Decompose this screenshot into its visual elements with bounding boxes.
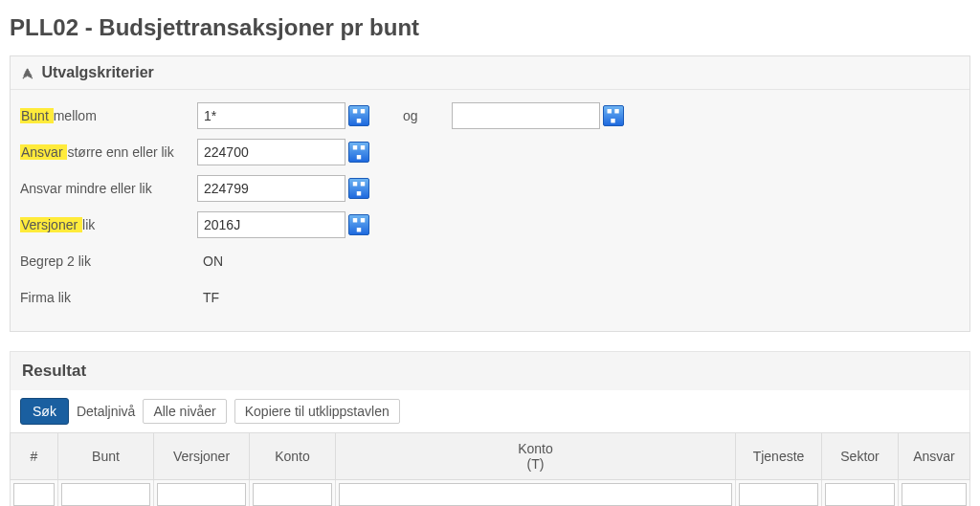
lookup-ansvar-le-icon[interactable]: ■ ■ ■ [348, 178, 369, 199]
value-firma: TF [197, 290, 219, 305]
label-ansvar-le: Ansvar mindre eller lik [20, 181, 197, 196]
collapse-icon: ⮝ [22, 67, 33, 80]
filter-tjeneste[interactable] [739, 483, 818, 506]
row-firma: Firma lik TF [20, 283, 960, 312]
filter-ansvar[interactable] [902, 483, 967, 506]
col-versjoner[interactable]: Versjoner [154, 433, 250, 480]
filter-versjoner[interactable] [157, 483, 246, 506]
filter-bunt[interactable] [61, 483, 150, 506]
label-firma: Firma lik [20, 290, 197, 305]
col-tjeneste[interactable]: Tjeneste [736, 433, 822, 480]
result-toolbar: Søk Detaljnivå Alle nivåer Kopiere til u… [10, 390, 970, 432]
filter-sektor[interactable] [825, 483, 895, 506]
input-ansvar-le[interactable] [197, 175, 345, 202]
detail-level-label: Detaljnivå [77, 404, 135, 419]
row-ansvar-ge: Ansvar større enn eller lik ■ ■ ■ [20, 138, 960, 166]
label-bunt: Bunt mellom [20, 108, 197, 123]
criteria-panel: ⮝ Utvalgskriterier Bunt mellom ■ ■ ■ og … [10, 55, 970, 332]
result-table: # Bunt Versjoner Konto Konto (T) Tjenest… [10, 432, 970, 506]
page-title: PLL02 - Budsjettransaksjoner pr bunt [10, 14, 970, 41]
label-ansvar-ge: Ansvar større enn eller lik [20, 144, 197, 160]
label-versjoner: Versjoner lik [20, 217, 197, 232]
col-hash[interactable]: # [11, 433, 58, 480]
copy-clipboard-button[interactable]: Kopiere til utklippstavlen [234, 399, 400, 424]
col-konto[interactable]: Konto [250, 433, 336, 480]
row-ansvar-le: Ansvar mindre eller lik ■ ■ ■ [20, 174, 960, 203]
all-levels-button[interactable]: Alle nivåer [143, 399, 226, 424]
lookup-ansvar-ge-icon[interactable]: ■ ■ ■ [348, 142, 369, 163]
col-bunt[interactable]: Bunt [58, 433, 154, 480]
row-bunt: Bunt mellom ■ ■ ■ og ■ ■ ■ [20, 101, 960, 130]
input-ansvar-ge[interactable] [197, 139, 345, 165]
hl-bunt: Bunt [20, 108, 54, 123]
input-bunt-to[interactable] [452, 102, 600, 129]
label-og: og [403, 108, 418, 123]
col-ansvar[interactable]: Ansvar [899, 433, 970, 480]
row-begrep: Begrep 2 lik ON [20, 247, 960, 275]
filter-row [11, 480, 970, 507]
input-bunt-from[interactable] [197, 102, 345, 129]
result-header: Resultat [10, 351, 970, 390]
hl-ansvar: Ansvar [20, 144, 67, 160]
col-konto-t[interactable]: Konto (T) [336, 433, 736, 480]
value-begrep: ON [197, 253, 223, 269]
criteria-title: Utvalgskriterier [41, 64, 153, 80]
search-button[interactable]: Søk [20, 398, 69, 425]
filter-hash[interactable] [13, 483, 55, 506]
filter-konto[interactable] [253, 483, 332, 506]
col-sektor[interactable]: Sektor [822, 433, 899, 480]
hl-versjoner: Versjoner [20, 217, 82, 232]
label-begrep: Begrep 2 lik [20, 253, 197, 269]
filter-konto-t[interactable] [339, 483, 732, 506]
criteria-header[interactable]: ⮝ Utvalgskriterier [11, 56, 969, 90]
lookup-bunt-to-icon[interactable]: ■ ■ ■ [603, 105, 624, 126]
input-versjoner[interactable] [197, 211, 345, 238]
lookup-bunt-from-icon[interactable]: ■ ■ ■ [348, 105, 369, 126]
row-versjoner: Versjoner lik ■ ■ ■ [20, 210, 960, 239]
lookup-versjoner-icon[interactable]: ■ ■ ■ [348, 214, 369, 235]
